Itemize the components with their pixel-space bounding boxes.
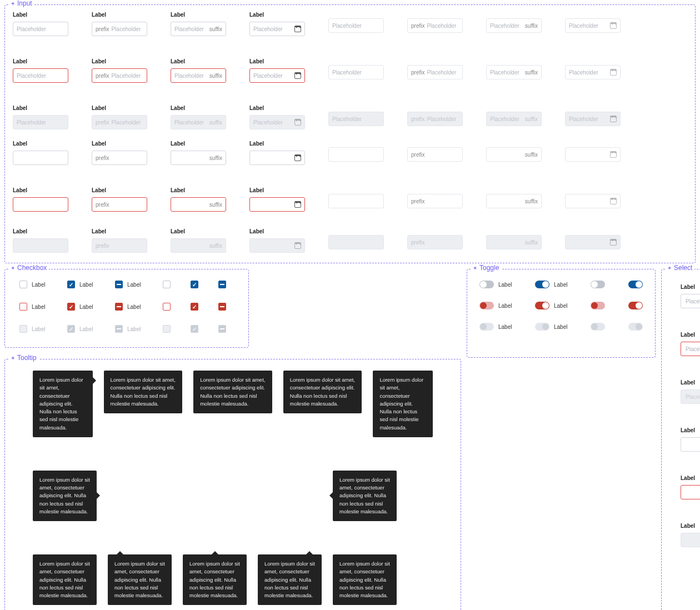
toggle-error-off[interactable] xyxy=(591,302,605,309)
text-input-prefix-error[interactable]: prefixPlaceholder xyxy=(407,65,463,79)
checkbox-error[interactable]: Label xyxy=(19,303,47,311)
text-input-suffix-disabled: suffix xyxy=(171,238,226,253)
input-section: Input LabelPlaceholder LabelprefixPlaceh… xyxy=(4,4,696,263)
tooltip-left: Lorem ipsum dolor sit amet, consectetuer… xyxy=(33,471,97,521)
text-input[interactable]: Placeholder xyxy=(13,22,68,36)
calendar-icon xyxy=(610,69,617,76)
checkbox-checked[interactable] xyxy=(191,281,198,288)
text-input[interactable] xyxy=(328,147,384,162)
checkbox-checked[interactable]: Label xyxy=(67,281,95,288)
date-input-disabled: Placeholder xyxy=(565,112,621,126)
calendar-icon xyxy=(294,26,301,32)
checkbox-error-checked[interactable] xyxy=(191,303,198,311)
input-label: Label xyxy=(171,228,226,235)
checkbox-error[interactable] xyxy=(163,303,171,311)
text-input-prefix-error[interactable]: prefix xyxy=(407,194,463,208)
text-input[interactable]: Placeholder xyxy=(328,18,384,33)
toggle-on[interactable]: Label xyxy=(535,281,567,288)
input-label: Label xyxy=(13,12,68,18)
text-input-prefix-disabled: prefix xyxy=(407,235,463,249)
text-input-prefix-error[interactable]: prefixPlaceholder xyxy=(92,68,147,83)
checkbox-unchecked[interactable] xyxy=(163,281,171,288)
text-input-prefix[interactable]: prefixPlaceholder xyxy=(407,18,463,33)
text-input-suffix-error[interactable]: suffix xyxy=(171,197,226,212)
select-input[interactable]: Placeholder xyxy=(681,294,700,308)
input-label: Label xyxy=(92,58,147,65)
text-input-prefix[interactable]: prefix xyxy=(407,147,463,162)
checkbox-disabled-indeterminate xyxy=(218,325,226,333)
text-input-prefix[interactable]: prefix xyxy=(92,151,147,165)
checkbox-disabled: Label xyxy=(19,325,47,333)
calendar-icon xyxy=(610,198,617,204)
toggle-disabled-on: Label xyxy=(535,323,567,331)
text-input-error[interactable] xyxy=(13,197,68,212)
text-input-suffix[interactable]: Placeholdersuffix xyxy=(486,18,542,33)
toggle-off[interactable]: Label xyxy=(479,281,512,288)
calendar-icon xyxy=(294,242,301,249)
input-label: Label xyxy=(171,12,226,18)
tooltip-top: Lorem ipsum dolor sit amet, consectetuer… xyxy=(183,554,247,605)
text-input-suffix-error[interactable]: Placeholdersuffix xyxy=(171,68,226,83)
calendar-icon xyxy=(610,151,617,158)
text-input-suffix[interactable]: suffix xyxy=(486,147,542,162)
checkbox-error-checked[interactable]: Label xyxy=(67,303,95,311)
input-label: Label xyxy=(92,228,147,235)
text-input-suffix-error[interactable]: Placeholdersuffix xyxy=(486,65,542,79)
input-label: Label xyxy=(249,187,305,194)
tooltip-left-top: Lorem ipsum dolor sit amet, consectetuer… xyxy=(33,371,93,437)
calendar-icon xyxy=(294,72,301,79)
toggle-section: Toggle Label Label Label Label Label Lab… xyxy=(467,269,656,358)
toggle-error-off[interactable]: Label xyxy=(479,302,512,309)
input-label: Label xyxy=(171,58,226,65)
checkbox-disabled-indeterminate: Label xyxy=(115,325,143,333)
toggle-error-on[interactable] xyxy=(628,302,643,309)
text-input-prefix-disabled: prefixPlaceholder xyxy=(407,112,463,126)
date-input[interactable] xyxy=(565,147,621,162)
date-input-error[interactable] xyxy=(249,197,305,212)
select-label: Label xyxy=(681,523,700,529)
text-input-prefix-error[interactable]: prefix xyxy=(92,197,147,212)
input-label: Label xyxy=(171,105,226,112)
calendar-icon xyxy=(610,239,617,246)
text-input-suffix[interactable]: Placeholdersuffix xyxy=(171,22,226,36)
text-input-suffix[interactable]: suffix xyxy=(171,151,226,165)
select-section: Select LabelPlaceholder .Placeholder Lab… xyxy=(661,269,700,610)
date-input-disabled: Placeholder xyxy=(249,115,305,129)
text-input-prefix-disabled: prefix xyxy=(92,238,147,253)
checkbox-error-indeterminate[interactable]: Label xyxy=(115,303,143,311)
text-input-prefix[interactable]: prefixPlaceholder xyxy=(92,22,147,36)
calendar-icon xyxy=(294,119,301,126)
checkbox-unchecked[interactable]: Label xyxy=(19,281,47,288)
input-label: Label xyxy=(249,141,305,147)
checkbox-error-indeterminate[interactable] xyxy=(218,303,226,311)
date-input[interactable]: Placeholder xyxy=(565,18,621,33)
input-label: Label xyxy=(249,228,305,235)
text-input-disabled xyxy=(13,238,68,253)
checkbox-indeterminate[interactable] xyxy=(218,281,226,288)
date-input[interactable]: Placeholder xyxy=(249,22,305,36)
select-input[interactable] xyxy=(681,437,700,452)
date-input-error[interactable] xyxy=(565,194,621,208)
text-input-suffix-error[interactable]: suffix xyxy=(486,194,542,208)
text-input-disabled xyxy=(328,235,384,249)
text-input-error[interactable]: Placeholder xyxy=(13,68,68,83)
text-input[interactable] xyxy=(13,151,68,165)
tooltip-bottom: Lorem ipsum dolor sit amet, consectetuer… xyxy=(193,371,272,413)
date-input-error[interactable]: Placeholder xyxy=(249,68,305,83)
text-input-error[interactable] xyxy=(328,194,384,208)
input-label: Label xyxy=(13,58,68,65)
checkbox-disabled-checked: Label xyxy=(67,325,95,333)
date-input[interactable] xyxy=(249,151,305,165)
date-input-error[interactable]: Placeholder xyxy=(565,65,621,79)
checkbox-indeterminate[interactable]: Label xyxy=(115,281,143,288)
date-input-disabled xyxy=(565,235,621,249)
input-label: Label xyxy=(249,58,305,65)
toggle-on[interactable] xyxy=(628,281,643,288)
toggle-off[interactable] xyxy=(591,281,605,288)
text-input-error[interactable]: Placeholder xyxy=(328,65,384,79)
select-input-error[interactable] xyxy=(681,485,700,499)
input-label: Label xyxy=(13,187,68,194)
input-label: Label xyxy=(13,105,68,112)
select-input-error[interactable]: Placeholder xyxy=(681,342,700,356)
toggle-error-on[interactable]: Label xyxy=(535,302,567,309)
